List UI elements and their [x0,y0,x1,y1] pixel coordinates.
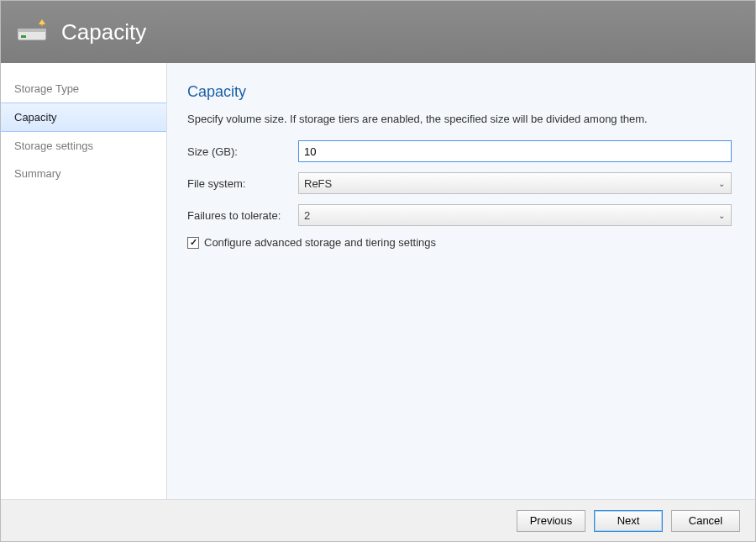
drive-icon [16,18,50,45]
failures-label: Failures to tolerate: [187,209,298,222]
file-system-value: ReFS [304,177,332,190]
wizard-content: Capacity Specify volume size. If storage… [167,63,755,499]
previous-button[interactable]: Previous [517,510,585,532]
page-title: Capacity [187,83,732,101]
file-system-select[interactable]: ReFS [298,172,732,194]
sidebar-item-storage-type[interactable]: Storage Type [1,75,166,103]
file-system-label: File system: [187,177,298,190]
svg-rect-1 [18,29,46,32]
next-button[interactable]: Next [594,510,663,532]
wizard-header: Capacity [1,1,755,63]
svg-rect-2 [21,35,26,38]
advanced-settings-label: Configure advanced storage and tiering s… [204,236,436,249]
wizard-footer: Previous Next Cancel [1,499,755,541]
sidebar-item-summary[interactable]: Summary [1,160,166,187]
sidebar-item-capacity[interactable]: Capacity [1,103,166,132]
size-label: Size (GB): [187,145,298,158]
sidebar-item-storage-settings[interactable]: Storage settings [1,132,166,160]
failures-select[interactable]: 2 [298,204,732,226]
page-description: Specify volume size. If storage tiers ar… [187,113,732,125]
wizard-steps-sidebar: Storage Type Capacity Storage settings S… [1,63,167,499]
failures-value: 2 [304,209,310,222]
cancel-button[interactable]: Cancel [671,510,740,532]
size-input[interactable] [298,140,732,162]
wizard-title: Capacity [61,19,146,45]
advanced-settings-checkbox[interactable] [187,237,199,249]
